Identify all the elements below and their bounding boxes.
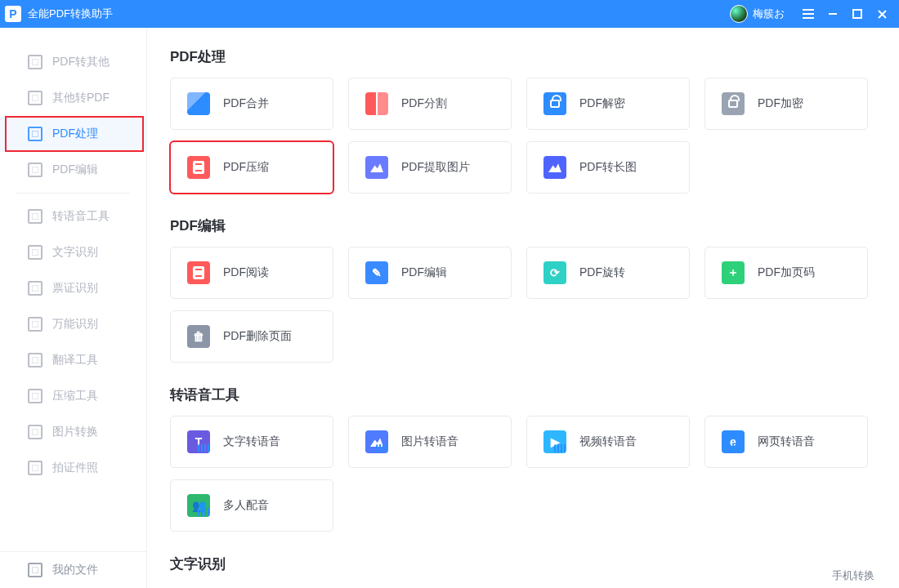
user-avatar[interactable] bbox=[730, 5, 748, 23]
card-pdf-pagenum[interactable]: ＋PDF加页码 bbox=[704, 247, 868, 299]
sidebar-item-label: PDF转其他 bbox=[52, 55, 110, 69]
section-title: PDF编辑 bbox=[170, 216, 876, 235]
card-image-to-speech[interactable]: 图片转语音 bbox=[348, 416, 512, 468]
image-to-speech-icon bbox=[365, 430, 388, 453]
pdf-compress-icon bbox=[187, 156, 210, 179]
sidebar-item-label: 拍证件照 bbox=[52, 461, 98, 475]
card-grid: PDF阅读✎PDF编辑⟳PDF旋转＋PDF加页码🗑PDF删除页面 bbox=[170, 247, 876, 363]
card-label: 视频转语音 bbox=[579, 434, 637, 449]
card-pdf-encrypt[interactable]: PDF加密 bbox=[704, 78, 868, 130]
card-label: PDF转长图 bbox=[579, 160, 637, 175]
card-label: PDF分割 bbox=[401, 96, 447, 111]
audio-overlay-icon bbox=[732, 444, 745, 452]
section-title: 文字识别 bbox=[170, 555, 876, 573]
sidebar-item-label: 压缩工具 bbox=[52, 389, 98, 403]
ocr-doc-icon bbox=[28, 281, 42, 296]
card-pdf-rotate[interactable]: ⟳PDF旋转 bbox=[526, 247, 690, 299]
sidebar-item-7[interactable]: 万能识别 bbox=[0, 306, 146, 342]
card-grid: T文字转语音图片转语音▶视频转语音e网页转语音👥多人配音 bbox=[170, 416, 876, 532]
sidebar-item-label: 其他转PDF bbox=[52, 91, 110, 105]
card-pdf-edit[interactable]: ✎PDF编辑 bbox=[348, 247, 512, 299]
sidebar-item-8[interactable]: 翻译工具 bbox=[0, 342, 146, 378]
app-title: 全能PDF转换助手 bbox=[28, 7, 113, 21]
card-video-to-speech[interactable]: ▶视频转语音 bbox=[526, 416, 690, 468]
pdf-rotate-icon: ⟳ bbox=[543, 261, 566, 284]
sidebar-item-6[interactable]: 票证识别 bbox=[0, 270, 146, 306]
card-pdf-split[interactable]: PDF分割 bbox=[348, 78, 512, 130]
sidebar-item-label: PDF处理 bbox=[52, 127, 98, 141]
sidebar-item-my-files[interactable]: 我的文件 bbox=[0, 552, 146, 588]
card-label: 网页转语音 bbox=[758, 434, 815, 449]
pdf-split-icon bbox=[365, 92, 388, 115]
sidebar-item-label: 票证识别 bbox=[52, 281, 98, 296]
audio-overlay-icon bbox=[198, 508, 211, 516]
compress-icon bbox=[28, 389, 42, 403]
sidebar: PDF转其他其他转PDFPDF处理PDF编辑转语音工具文字识别票证识别万能识别翻… bbox=[0, 28, 147, 588]
card-label: PDF压缩 bbox=[223, 160, 269, 175]
svg-rect-0 bbox=[853, 10, 861, 18]
card-pdf-del-page[interactable]: 🗑PDF删除页面 bbox=[170, 310, 333, 363]
pdf-pagenum-icon: ＋ bbox=[722, 261, 745, 284]
card-label: 图片转语音 bbox=[401, 434, 458, 449]
card-pdf-decrypt[interactable]: PDF解密 bbox=[526, 78, 690, 130]
card-label: PDF解密 bbox=[579, 96, 625, 111]
card-text-to-speech[interactable]: T文字转语音 bbox=[170, 416, 333, 468]
mobile-convert-link[interactable]: 手机转换 bbox=[832, 568, 874, 583]
menu-icon[interactable] bbox=[796, 2, 821, 26]
translate-icon bbox=[28, 353, 42, 368]
sidebar-item-0[interactable]: PDF转其他 bbox=[0, 44, 146, 80]
title-bar: P 全能PDF转换助手 梅簇お bbox=[0, 0, 899, 28]
close-button[interactable] bbox=[870, 2, 894, 26]
card-pdf-compress[interactable]: PDF压缩 bbox=[170, 141, 333, 194]
card-label: 多人配音 bbox=[223, 498, 269, 513]
maximize-button[interactable] bbox=[845, 2, 870, 26]
sidebar-item-label: PDF编辑 bbox=[52, 163, 98, 177]
card-label: PDF加页码 bbox=[758, 265, 815, 280]
pdf-long-img-icon bbox=[543, 156, 566, 179]
sidebar-item-1[interactable]: 其他转PDF bbox=[0, 80, 146, 116]
ocr-text-icon bbox=[28, 245, 42, 260]
sidebar-item-label: 我的文件 bbox=[52, 563, 98, 577]
sidebar-item-label: 翻译工具 bbox=[52, 353, 98, 368]
card-label: PDF合并 bbox=[223, 96, 269, 111]
app-logo-icon: P bbox=[5, 6, 21, 22]
sidebar-item-4[interactable]: 转语音工具 bbox=[0, 198, 146, 234]
pdf-edit-icon: ✎ bbox=[365, 261, 388, 284]
pdf-merge-icon bbox=[187, 92, 210, 115]
pdf-encrypt-icon bbox=[722, 92, 745, 115]
card-pdf-long-img[interactable]: PDF转长图 bbox=[526, 141, 690, 194]
card-pdf-read[interactable]: PDF阅读 bbox=[170, 247, 333, 299]
pdf-del-page-icon: 🗑 bbox=[187, 325, 210, 348]
sidebar-item-3[interactable]: PDF编辑 bbox=[0, 152, 146, 188]
sidebar-item-11[interactable]: 拍证件照 bbox=[0, 450, 146, 486]
speech-icon bbox=[28, 209, 42, 224]
card-label: PDF编辑 bbox=[401, 265, 447, 280]
card-web-to-speech[interactable]: e网页转语音 bbox=[704, 416, 868, 468]
pdf-out-icon bbox=[28, 55, 42, 69]
card-label: PDF阅读 bbox=[223, 265, 269, 280]
sidebar-item-9[interactable]: 压缩工具 bbox=[0, 378, 146, 414]
id-photo-icon bbox=[28, 461, 42, 475]
card-label: 文字转语音 bbox=[223, 434, 280, 449]
sidebar-item-5[interactable]: 文字识别 bbox=[0, 234, 146, 270]
card-pdf-merge[interactable]: PDF合并 bbox=[170, 78, 333, 130]
minimize-button[interactable] bbox=[821, 2, 845, 26]
sidebar-item-label: 图片转换 bbox=[52, 425, 98, 439]
audio-overlay-icon bbox=[376, 444, 389, 452]
sidebar-item-2[interactable]: PDF处理 bbox=[0, 116, 146, 152]
image-convert-icon bbox=[28, 425, 42, 439]
card-multi-dub[interactable]: 👥多人配音 bbox=[170, 479, 333, 532]
pdf-edit-icon bbox=[28, 163, 42, 177]
pdf-decrypt-icon bbox=[543, 92, 566, 115]
card-pdf-extract-img[interactable]: PDF提取图片 bbox=[348, 141, 512, 194]
user-name[interactable]: 梅簇お bbox=[753, 7, 785, 21]
multi-dub-icon: 👥 bbox=[187, 494, 210, 517]
audio-overlay-icon bbox=[198, 444, 211, 452]
to-pdf-icon bbox=[28, 91, 42, 105]
ocr-all-icon bbox=[28, 317, 42, 332]
sidebar-item-10[interactable]: 图片转换 bbox=[0, 414, 146, 450]
card-label: PDF加密 bbox=[758, 96, 803, 111]
card-label: PDF提取图片 bbox=[401, 160, 470, 175]
my-files-icon bbox=[28, 563, 42, 577]
audio-overlay-icon bbox=[554, 444, 567, 452]
